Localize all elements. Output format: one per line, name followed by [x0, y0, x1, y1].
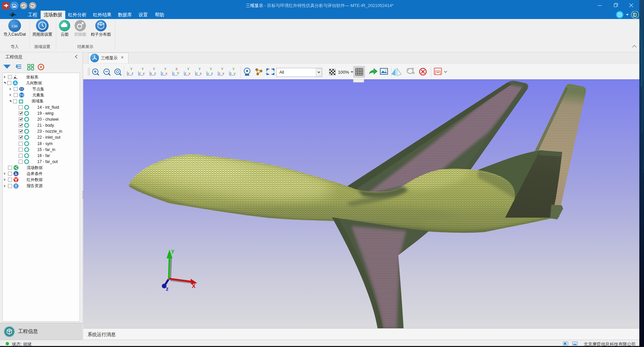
svg-text:X: X — [175, 67, 178, 71]
svg-text:cas: cas — [12, 23, 18, 28]
svg-text:All: All — [279, 70, 284, 75]
svg-text:x: x — [143, 71, 145, 75]
svg-text:z: z — [184, 71, 186, 75]
svg-text:Y: Y — [187, 67, 189, 71]
svg-text:Y: Y — [210, 67, 212, 71]
svg-text:z: z — [166, 286, 168, 292]
svg-text:x: x — [165, 71, 167, 75]
svg-text:y: y — [207, 71, 209, 75]
svg-text:X: X — [192, 283, 196, 289]
svg-text:z: z — [139, 71, 141, 75]
svg-text:Y: Y — [232, 67, 235, 71]
svg-text:z: z — [196, 71, 198, 75]
svg-text:Y: Y — [164, 67, 166, 71]
svg-text:z: z — [230, 71, 232, 75]
svg-text:y: y — [171, 248, 174, 254]
svg-text:z: z — [13, 77, 15, 80]
svg-text:z: z — [132, 71, 134, 75]
svg-text:x: x — [200, 71, 202, 75]
svg-text:x: x — [222, 71, 224, 75]
svg-text:x: x — [128, 71, 130, 75]
svg-text:Y: Y — [142, 67, 144, 71]
svg-text:Y: Y — [177, 71, 179, 75]
svg-text:x: x — [16, 77, 18, 80]
svg-text:Y: Y — [130, 67, 133, 71]
svg-text:z: z — [218, 71, 220, 75]
svg-text:Y: Y — [198, 67, 201, 71]
svg-text:z: z — [154, 71, 156, 75]
svg-text:z: z — [211, 71, 213, 75]
svg-text:z: z — [173, 71, 175, 75]
svg-text:z: z — [161, 71, 163, 75]
svg-text:y: y — [234, 71, 236, 75]
svg-text:Y: Y — [15, 75, 16, 77]
svg-text:x: x — [188, 71, 190, 75]
svg-text:Y: Y — [221, 67, 223, 71]
svg-text:Y: Y — [153, 67, 155, 71]
svg-text:100%: 100% — [338, 70, 349, 75]
svg-text:x: x — [150, 71, 152, 75]
